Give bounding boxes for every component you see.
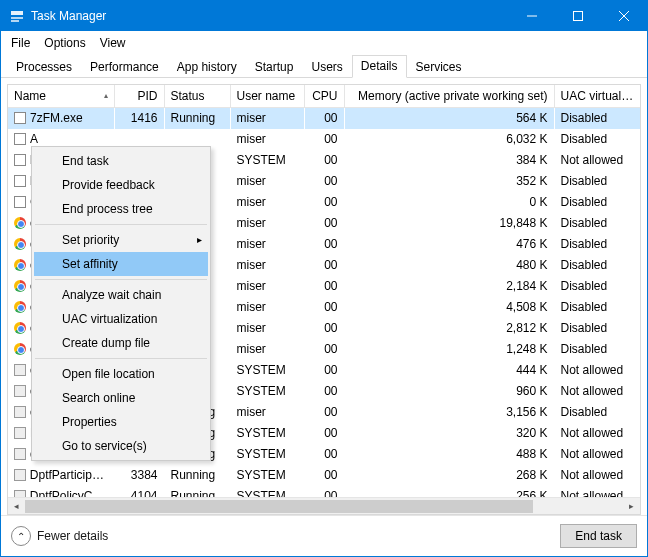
horizontal-scrollbar[interactable]: ◂ ▸ [8,497,640,514]
process-cpu: 00 [304,234,344,255]
chevron-up-icon: ⌃ [11,526,31,546]
tab-details[interactable]: Details [352,55,407,78]
process-user: SYSTEM [230,150,304,171]
col-name[interactable]: Name▴ [8,85,114,108]
process-cpu: 00 [304,402,344,423]
context-menu: End task Provide feedback End process tr… [31,146,211,461]
menu-view[interactable]: View [94,33,132,53]
process-icon [14,406,26,418]
process-user: miser [230,129,304,150]
ctx-search-online[interactable]: Search online [34,386,208,410]
svg-rect-4 [574,12,583,21]
ctx-create-dump-file[interactable]: Create dump file [34,331,208,355]
process-cpu: 00 [304,192,344,213]
process-uac: Disabled [554,192,640,213]
menu-file[interactable]: File [5,33,36,53]
fewer-details-label: Fewer details [37,529,108,543]
scroll-right-icon[interactable]: ▸ [623,498,640,515]
titlebar[interactable]: Task Manager [1,1,647,31]
process-cpu: 00 [304,276,344,297]
ctx-open-file-location[interactable]: Open file location [34,362,208,386]
process-icon [14,112,26,124]
ctx-set-affinity[interactable]: Set affinity [34,252,208,276]
ctx-provide-feedback[interactable]: Provide feedback [34,173,208,197]
tab-users[interactable]: Users [302,56,351,78]
process-cpu: 00 [304,150,344,171]
col-cpu[interactable]: CPU [304,85,344,108]
process-memory: 476 K [344,234,554,255]
process-icon [14,175,26,187]
process-name: A [30,132,38,146]
close-button[interactable] [601,1,647,31]
process-status: Running [164,108,230,129]
tab-services[interactable]: Services [407,56,471,78]
ctx-go-to-services[interactable]: Go to service(s) [34,434,208,458]
process-cpu: 00 [304,486,344,498]
tab-app-history[interactable]: App history [168,56,246,78]
sort-asc-icon: ▴ [104,91,108,100]
tab-processes[interactable]: Processes [7,56,81,78]
table-row[interactable]: DptfParticipa...3384RunningSYSTEM00268 K… [8,465,640,486]
process-uac: Disabled [554,129,640,150]
col-uac[interactable]: UAC virtualizat [554,85,640,108]
process-user: SYSTEM [230,444,304,465]
process-memory: 488 K [344,444,554,465]
process-uac: Disabled [554,255,640,276]
process-uac: Not allowed [554,360,640,381]
col-user[interactable]: User name [230,85,304,108]
process-cpu: 00 [304,360,344,381]
col-status[interactable]: Status [164,85,230,108]
scroll-track[interactable] [25,498,623,515]
process-memory: 2,812 K [344,318,554,339]
table-row[interactable]: 7zFM.exe1416Runningmiser00564 KDisabled [8,108,640,129]
process-cpu: 00 [304,108,344,129]
process-uac: Not allowed [554,465,640,486]
process-cpu: 00 [304,381,344,402]
ctx-set-priority[interactable]: Set priority▸ [34,228,208,252]
process-memory: 3,156 K [344,402,554,423]
process-uac: Disabled [554,234,640,255]
process-user: miser [230,297,304,318]
footer: ⌃ Fewer details End task [1,515,647,556]
end-task-button[interactable]: End task [560,524,637,548]
menu-options[interactable]: Options [38,33,91,53]
table-row[interactable]: DptfPolicyCri...4104RunningSYSTEM00256 K… [8,486,640,498]
process-uac: Disabled [554,213,640,234]
scroll-left-icon[interactable]: ◂ [8,498,25,515]
tab-performance[interactable]: Performance [81,56,168,78]
ctx-separator [35,358,207,359]
app-icon [9,8,25,24]
process-user: SYSTEM [230,423,304,444]
process-cpu: 00 [304,465,344,486]
window-title: Task Manager [31,9,106,23]
ctx-end-process-tree[interactable]: End process tree [34,197,208,221]
maximize-button[interactable] [555,1,601,31]
process-user: miser [230,234,304,255]
ctx-uac-virtualization[interactable]: UAC virtualization [34,307,208,331]
process-icon [14,196,26,208]
ctx-set-priority-label: Set priority [62,233,119,247]
col-memory[interactable]: Memory (active private working set) [344,85,554,108]
ctx-analyze-wait-chain[interactable]: Analyze wait chain [34,283,208,307]
process-cpu: 00 [304,339,344,360]
process-pid: 1416 [114,108,164,129]
process-uac: Disabled [554,108,640,129]
col-pid[interactable]: PID [114,85,164,108]
process-user: miser [230,255,304,276]
process-memory: 6,032 K [344,129,554,150]
process-uac: Disabled [554,318,640,339]
process-uac: Not allowed [554,486,640,498]
minimize-button[interactable] [509,1,555,31]
ctx-properties[interactable]: Properties [34,410,208,434]
scroll-thumb[interactable] [25,500,533,513]
process-icon [14,490,26,497]
process-user: miser [230,402,304,423]
tab-startup[interactable]: Startup [246,56,303,78]
process-user: miser [230,192,304,213]
process-user: SYSTEM [230,465,304,486]
process-uac: Not allowed [554,423,640,444]
ctx-end-task[interactable]: End task [34,149,208,173]
process-memory: 19,848 K [344,213,554,234]
fewer-details-button[interactable]: ⌃ Fewer details [11,526,108,546]
process-memory: 384 K [344,150,554,171]
